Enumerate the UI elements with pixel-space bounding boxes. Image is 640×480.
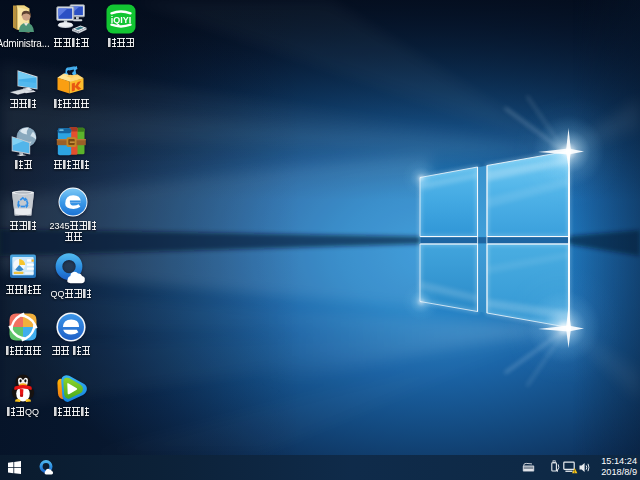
svg-text:iQIYI: iQIYI bbox=[111, 15, 132, 25]
